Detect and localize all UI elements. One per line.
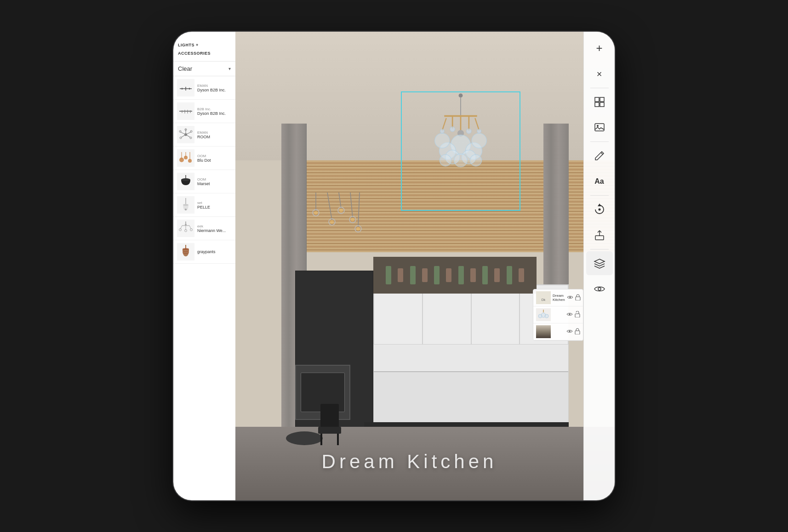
item-thumbnail <box>177 79 194 96</box>
layer-unlock-icon[interactable] <box>575 311 580 318</box>
image-button[interactable] <box>586 116 613 140</box>
item-name: graypants <box>197 249 232 254</box>
rotate-icon <box>594 204 605 215</box>
list-item[interactable]: EMAN ROOM <box>173 123 235 147</box>
svg-line-65 <box>475 118 479 130</box>
chandelier-container[interactable] <box>415 91 507 211</box>
toolbar: + × <box>583 32 615 500</box>
rotate-button[interactable] <box>586 198 613 221</box>
list-item[interactable]: B2B Inc. Dyson B2B Inc. <box>173 100 235 123</box>
list-item[interactable]: OOM Marset <box>173 170 235 193</box>
list-item[interactable]: set PELLE <box>173 193 235 217</box>
filter-chevron-icon[interactable]: ▾ <box>228 66 231 71</box>
svg-point-94 <box>569 297 571 298</box>
svg-point-17 <box>190 137 192 139</box>
grid-button[interactable] <box>586 90 613 114</box>
image-icon <box>594 122 605 133</box>
layers-icon <box>594 257 605 269</box>
svg-point-28 <box>181 178 190 181</box>
svg-point-89 <box>598 209 600 211</box>
layers-button[interactable] <box>586 251 613 275</box>
svg-point-54 <box>351 218 354 221</box>
layer-eye-icon[interactable] <box>567 295 573 300</box>
svg-point-33 <box>185 224 187 226</box>
sidebar-items-list: EMAN Dyson B2B Inc. B2B Inc. Dyson B2B I… <box>173 76 235 500</box>
item-info: set PELLE <box>197 201 232 209</box>
svg-line-10 <box>180 132 186 135</box>
svg-point-45 <box>314 211 318 215</box>
layer-label-text: Dream Kitchen <box>553 294 565 302</box>
close-icon: × <box>597 69 602 79</box>
svg-marker-92 <box>594 259 605 264</box>
svg-point-98 <box>538 314 542 318</box>
item-brand: EMAN <box>197 130 232 135</box>
item-info: EMAN ROOM <box>197 130 232 139</box>
sidebar-title: LIGHTS + ACCESSORIES <box>178 43 211 56</box>
item-brand: B2B Inc. <box>197 107 232 111</box>
layers-panel: Dk Dream Kitchen <box>533 289 583 341</box>
svg-point-79 <box>440 129 444 133</box>
layer-thumb-text: Dk <box>536 291 551 304</box>
list-item[interactable]: eek Niermann We... <box>173 217 235 240</box>
item-brand: eek <box>197 224 232 228</box>
layer-eye-icon-2[interactable] <box>566 312 573 317</box>
svg-rect-81 <box>595 97 599 102</box>
item-info: B2B Inc. Dyson B2B Inc. <box>197 107 232 116</box>
share-button[interactable] <box>586 223 613 247</box>
svg-point-99 <box>545 314 548 318</box>
svg-rect-103 <box>575 331 580 334</box>
layer-lock-icon[interactable] <box>575 294 581 301</box>
text-button[interactable]: Aa <box>586 170 613 193</box>
svg-point-77 <box>450 127 455 132</box>
list-item[interactable]: EMAN Dyson B2B Inc. <box>173 76 235 100</box>
item-info: OOM Blu Dot <box>197 154 232 163</box>
layer-item-text[interactable]: Dk Dream Kitchen <box>533 289 583 306</box>
svg-point-26 <box>188 159 192 163</box>
layer-thumb-chandelier <box>536 308 551 321</box>
svg-point-102 <box>569 331 571 332</box>
item-thumbnail <box>177 173 194 190</box>
item-name: PELLE <box>197 205 232 209</box>
layer-thumb-kitchen <box>536 325 551 338</box>
layer-eye-icon-3[interactable] <box>566 329 573 334</box>
item-thumbnail <box>177 243 194 260</box>
svg-point-24 <box>184 156 188 159</box>
eye-button[interactable] <box>586 277 613 301</box>
list-item[interactable]: graypants <box>173 240 235 264</box>
main-canvas[interactable]: Dream Kitchen + × <box>235 32 615 500</box>
item-name: Blu Dot <box>197 158 232 163</box>
svg-point-80 <box>477 129 481 133</box>
svg-rect-85 <box>595 124 604 131</box>
item-brand: OOM <box>197 154 232 158</box>
item-info: graypants <box>197 249 232 254</box>
add-button[interactable]: + <box>586 36 613 60</box>
svg-line-14 <box>181 135 186 137</box>
svg-point-75 <box>440 155 451 166</box>
svg-rect-82 <box>600 97 604 102</box>
svg-point-70 <box>435 133 450 148</box>
svg-point-76 <box>470 155 482 166</box>
close-button[interactable]: × <box>586 62 613 86</box>
sidebar-filter-row[interactable]: Clear ▾ <box>173 62 235 76</box>
svg-point-30 <box>183 204 188 206</box>
list-item[interactable]: OOM Blu Dot <box>173 147 235 170</box>
item-info: OOM Marset <box>197 177 232 186</box>
svg-line-52 <box>350 192 353 218</box>
svg-rect-101 <box>575 314 580 317</box>
svg-line-64 <box>442 118 446 130</box>
svg-point-57 <box>356 227 360 231</box>
svg-point-86 <box>597 125 599 127</box>
pencil-icon <box>594 150 605 161</box>
item-name: Dyson B2B Inc. <box>197 111 232 116</box>
svg-rect-83 <box>595 102 599 107</box>
shelf-area <box>373 257 537 294</box>
layer-item-chandelier[interactable] <box>533 306 583 323</box>
layer-item-kitchen[interactable] <box>533 323 583 340</box>
layer-lock-icon-3[interactable] <box>575 328 580 335</box>
svg-point-74 <box>454 154 468 167</box>
svg-rect-90 <box>595 236 604 240</box>
draw-button[interactable] <box>586 144 613 168</box>
svg-line-46 <box>327 192 332 220</box>
round-table <box>286 431 323 445</box>
filter-clear-label[interactable]: Clear <box>178 65 192 72</box>
